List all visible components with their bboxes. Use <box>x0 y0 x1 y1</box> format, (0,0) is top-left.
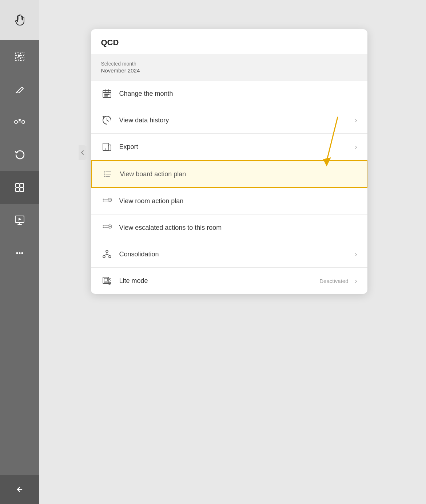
calendar-icon <box>101 88 113 99</box>
history-chevron: › <box>355 117 357 124</box>
svg-rect-3 <box>20 57 24 61</box>
history-icon <box>101 114 113 126</box>
connector-icon <box>14 116 25 128</box>
consolidation-icon <box>101 248 113 260</box>
view-data-history-item[interactable]: View data history › <box>91 107 367 134</box>
svg-point-8 <box>19 119 21 121</box>
svg-rect-1 <box>20 52 24 56</box>
collapse-icon <box>81 150 84 155</box>
popup-header: QCD <box>91 29 367 54</box>
svg-rect-24 <box>108 94 110 95</box>
svg-point-36 <box>104 176 105 177</box>
svg-point-5 <box>15 121 17 123</box>
svg-rect-2 <box>15 57 19 61</box>
view-escalated-actions-label: View escalated actions to this room <box>119 224 357 232</box>
svg-point-51 <box>103 227 104 228</box>
list-icon <box>102 168 114 180</box>
hand-tool-button[interactable] <box>0 0 39 40</box>
svg-point-53 <box>106 250 108 252</box>
back-icon <box>15 484 25 495</box>
select-icon <box>14 51 25 62</box>
change-month-label: Change the month <box>119 90 357 98</box>
selected-month-section: Selected month November 2024 <box>91 54 367 80</box>
svg-rect-26 <box>106 95 108 97</box>
svg-rect-23 <box>106 94 108 95</box>
export-chevron: › <box>355 143 357 151</box>
export-label: Export <box>119 143 351 151</box>
svg-rect-58 <box>104 278 108 281</box>
svg-rect-11 <box>16 188 19 192</box>
board-tool-button[interactable] <box>0 171 39 204</box>
svg-rect-27 <box>103 143 109 150</box>
svg-point-55 <box>109 256 111 258</box>
more-icon <box>15 248 25 258</box>
play-button[interactable] <box>0 204 39 237</box>
svg-point-15 <box>16 252 18 254</box>
board-icon <box>14 182 25 193</box>
consolidation-chevron: › <box>355 251 357 258</box>
connector-tool-button[interactable] <box>0 106 39 138</box>
svg-point-35 <box>104 174 105 175</box>
consolidation-item[interactable]: Consolidation › <box>91 241 367 268</box>
svg-point-16 <box>19 252 21 254</box>
svg-point-34 <box>104 172 105 173</box>
change-month-item[interactable]: Change the month <box>91 80 367 107</box>
consolidation-label: Consolidation <box>119 251 351 258</box>
svg-point-17 <box>21 252 23 254</box>
more-button[interactable] <box>0 237 39 269</box>
svg-rect-22 <box>104 94 106 95</box>
select-tool-button[interactable] <box>0 40 39 73</box>
svg-rect-10 <box>20 184 24 187</box>
sidebar <box>0 0 39 504</box>
play-icon <box>14 215 25 226</box>
lite-mode-icon <box>101 275 113 287</box>
selected-month-label: Selected month <box>101 61 357 67</box>
room-icon <box>101 195 113 207</box>
lite-mode-label: Lite mode <box>119 277 320 285</box>
svg-point-50 <box>103 225 104 227</box>
svg-rect-12 <box>20 188 24 192</box>
export-item[interactable]: Export › <box>91 134 367 160</box>
view-board-action-plan-label: View board action plan <box>120 170 357 178</box>
menu-list: Change the month View data history › <box>91 80 367 294</box>
collapse-panel-button[interactable] <box>79 145 87 160</box>
svg-point-44 <box>103 201 104 202</box>
popup-panel: QCD Selected month November 2024 <box>91 29 367 294</box>
svg-point-6 <box>22 121 25 123</box>
undo-button[interactable] <box>0 138 39 171</box>
view-escalated-actions-item[interactable]: View escalated actions to this room <box>91 214 367 241</box>
lite-mode-chevron: › <box>355 277 357 285</box>
svg-rect-9 <box>16 184 19 187</box>
sidebar-top-section <box>0 0 39 40</box>
undo-icon <box>14 149 25 160</box>
view-room-action-plan-item[interactable]: View room action plan <box>91 188 367 214</box>
back-button[interactable] <box>0 475 39 504</box>
selected-month-value: November 2024 <box>101 67 357 74</box>
lite-mode-status: Deactivated <box>319 278 348 284</box>
svg-marker-14 <box>19 218 21 221</box>
view-board-action-plan-item[interactable]: View board action plan <box>91 160 367 188</box>
pen-tool-button[interactable] <box>0 73 39 106</box>
svg-point-54 <box>103 256 105 258</box>
export-icon <box>101 141 113 153</box>
view-data-history-label: View data history <box>119 117 351 124</box>
hand-icon <box>13 13 26 27</box>
svg-point-4 <box>18 55 20 57</box>
svg-point-43 <box>103 199 104 200</box>
lite-mode-item[interactable]: Lite mode Deactivated › <box>91 268 367 294</box>
escalate-icon <box>101 222 113 233</box>
svg-rect-25 <box>104 95 106 97</box>
main-area: QCD Selected month November 2024 <box>39 0 426 305</box>
pen-icon <box>14 84 25 95</box>
popup-title: QCD <box>101 38 119 47</box>
view-room-action-plan-label: View room action plan <box>119 197 357 205</box>
